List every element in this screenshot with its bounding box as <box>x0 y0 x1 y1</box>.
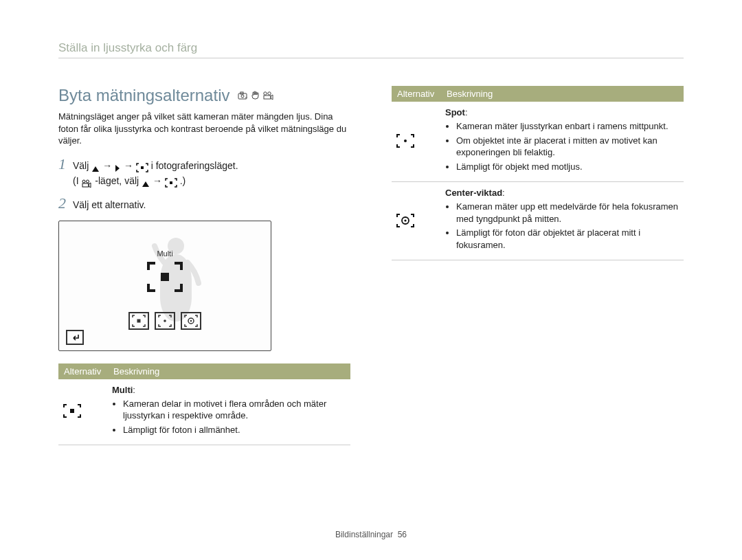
option-icon-cell <box>392 182 441 260</box>
table-header-desc: Beskrivning <box>441 86 684 102</box>
section-title-text: Byta mätningsalternativ <box>58 86 229 105</box>
metering-multi-icon <box>136 160 148 174</box>
table-header-alt: Alternativ <box>392 86 441 102</box>
camera-display-preview: Multi <box>58 221 271 351</box>
video-mode-small-icon <box>81 175 92 189</box>
option-icon-cell <box>58 379 108 445</box>
step-2: 2 Välj ett alternativ. <box>58 196 350 212</box>
mode-icons: P <box>238 91 273 100</box>
metering-center-small-icon <box>181 312 201 330</box>
metering-spot-small-icon <box>155 312 175 330</box>
step-body: Välj → → i fotograferingsläget. (I <box>73 157 238 190</box>
step-number: 2 <box>58 196 66 211</box>
camera-mode-icon: P <box>238 91 247 100</box>
metering-spot-icon <box>396 133 437 148</box>
svg-point-20 <box>190 320 192 322</box>
arrow-icon: → <box>102 160 115 171</box>
svg-rect-6 <box>264 96 271 99</box>
metering-multi-large-icon <box>146 260 184 293</box>
step1-text-a: Välj <box>73 160 91 171</box>
metering-multi-icon <box>63 403 104 418</box>
svg-point-24 <box>404 219 406 221</box>
footer-page: 56 <box>398 530 407 539</box>
svg-rect-10 <box>82 183 89 187</box>
option-name: Center-viktad <box>445 188 502 198</box>
step1-text-e: .) <box>180 175 186 186</box>
metering-label: Multi <box>157 249 172 258</box>
svg-point-5 <box>268 92 271 95</box>
footer-label: Bildinställningar <box>335 530 393 539</box>
hand-mode-icon <box>251 91 259 100</box>
option-bullet: Kameran mäter upp ett medelvärde för hel… <box>456 201 679 225</box>
arrow-icon: → <box>153 175 165 186</box>
step-number: 1 <box>58 157 66 172</box>
svg-rect-15 <box>137 319 141 322</box>
option-bullet: Lämpligt för foton i allmänhet. <box>123 424 346 436</box>
step1-text-c: (I <box>73 175 81 186</box>
metering-multi-small-icon <box>128 312 149 330</box>
option-name: Multi <box>112 385 133 395</box>
svg-rect-13 <box>161 273 169 281</box>
table-header-alt: Alternativ <box>58 363 108 379</box>
table-row: Spot: Kameran mäter ljusstyrkan enbart i… <box>392 102 684 182</box>
svg-text:P: P <box>245 96 247 100</box>
options-table-left: Alternativ Beskrivning Multi: Kameran de… <box>58 363 350 446</box>
option-bullet: Lämpligt för foton där objektet är place… <box>456 227 679 251</box>
section-title: Byta mätningsalternativ P <box>58 86 350 105</box>
breadcrumb: Ställa in ljusstyrka och färg <box>58 41 684 58</box>
step1-text-d: -läget, välj <box>95 175 142 186</box>
arrow-icon: → <box>124 160 136 171</box>
step-body: Välj ett alternativ. <box>73 196 146 212</box>
video-mode-icon <box>262 91 273 100</box>
metering-center-icon <box>396 213 437 228</box>
svg-rect-11 <box>170 181 172 184</box>
back-button[interactable] <box>66 330 84 345</box>
up-triangle-icon <box>142 175 150 189</box>
options-table-right: Alternativ Beskrivning Spot: Kameran mät… <box>392 86 684 260</box>
svg-point-2 <box>241 95 244 98</box>
step1-text-b: i fotograferingsläget. <box>151 160 238 171</box>
svg-point-9 <box>87 180 89 183</box>
option-bullet: Om objektet inte är placerat i mitten av… <box>456 135 679 159</box>
metering-multi-icon <box>165 175 177 189</box>
option-bullet: Lämpligt för objekt med motljus. <box>456 161 679 173</box>
svg-point-8 <box>82 180 85 183</box>
svg-point-17 <box>164 320 166 322</box>
option-bullet: Kameran mäter ljusstyrkan enbart i ramen… <box>456 120 679 133</box>
table-row: Center-viktad: Kameran mäter upp ett med… <box>392 182 684 260</box>
table-header-desc: Beskrivning <box>108 363 350 379</box>
option-icon-cell <box>392 102 441 182</box>
table-row: Multi: Kameran delar in motivet i flera … <box>58 379 350 445</box>
up-triangle-icon <box>91 160 100 174</box>
intro-text: Mätningsläget anger på vilket sätt kamer… <box>58 111 350 147</box>
right-chevron-icon <box>115 160 121 174</box>
step-1: 1 Välj → → i fotograferingsläget. <box>58 157 350 190</box>
svg-point-4 <box>264 92 267 95</box>
svg-rect-7 <box>141 166 144 169</box>
svg-point-22 <box>404 139 407 142</box>
svg-rect-21 <box>70 409 74 413</box>
option-bullet: Kameran delar in motivet i flera områden… <box>123 398 346 422</box>
option-name: Spot <box>445 107 465 117</box>
page-footer: Bildinställningar 56 <box>0 530 742 539</box>
